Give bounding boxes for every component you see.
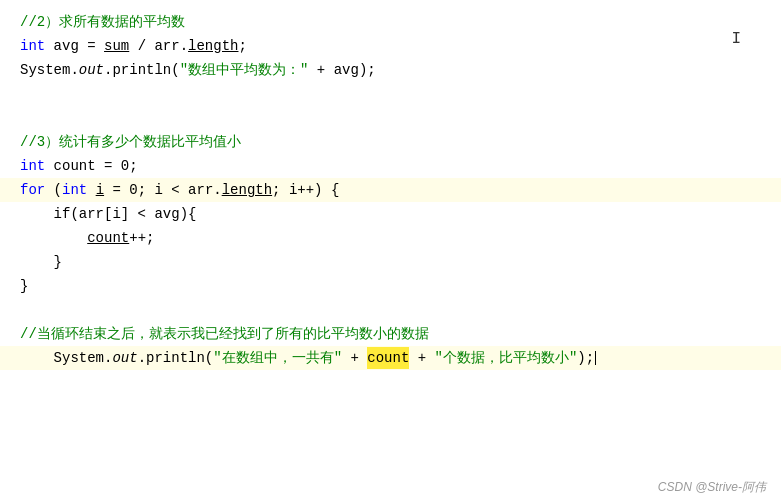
keyword-int-2: int <box>20 155 45 177</box>
code-line-7: int count = 0; <box>0 154 781 178</box>
var-length-2: length <box>222 179 272 201</box>
watermark: CSDN @Strive-阿伟 <box>658 479 766 496</box>
code-text-8 <box>87 179 95 201</box>
comment-2: //3）统计有多少个数据比平均值小 <box>20 131 241 153</box>
code-editor: I //2）求所有数据的平均数 int avg = sum / arr. len… <box>0 0 781 504</box>
string-1: "数组中平均数为：" <box>180 59 309 81</box>
code-line-14: //当循环结束之后，就表示我已经找到了所有的比平均数小的数据 <box>0 322 781 346</box>
code-text-12 <box>20 227 87 249</box>
var-count-highlighted: count <box>367 347 409 369</box>
code-line-11: } <box>0 250 781 274</box>
code-line-8: for ( int i = 0; i < arr. length ; i++) … <box>0 178 781 202</box>
var-length-1: length <box>188 35 238 57</box>
code-text-4: .println( <box>104 59 180 81</box>
code-text-11: if(arr[i] < avg){ <box>20 203 196 225</box>
code-text-3: ; <box>238 35 246 57</box>
code-text-7: ( <box>45 179 62 201</box>
code-text-18: + <box>342 347 367 369</box>
code-text-5: + avg); <box>308 59 375 81</box>
code-line-9: if(arr[i] < avg){ <box>0 202 781 226</box>
var-count-1: count <box>87 227 129 249</box>
code-line-4 <box>0 82 781 106</box>
code-text-2: / arr. <box>129 35 188 57</box>
code-line-5 <box>0 106 781 130</box>
code-text-17: .println( <box>138 347 214 369</box>
code-text-6: count = 0; <box>45 155 137 177</box>
keyword-int-1: int <box>20 35 45 57</box>
string-3: "个数据，比平均数小" <box>435 347 578 369</box>
code-text-15: } <box>20 275 28 297</box>
code-line-15: System. out .println( "在数组中，一共有" + count… <box>0 346 781 370</box>
code-text-13: ++; <box>129 227 154 249</box>
code-text-10: ; i++) { <box>272 179 339 201</box>
code-line-2: int avg = sum / arr. length ; <box>0 34 781 58</box>
string-2: "在数组中，一共有" <box>213 347 342 369</box>
keyword-out-2: out <box>112 347 137 369</box>
code-line-3: System. out .println( "数组中平均数为：" + avg); <box>0 58 781 82</box>
var-i: i <box>96 179 104 201</box>
code-text-1: avg = <box>45 35 104 57</box>
keyword-out-1: out <box>79 59 104 81</box>
code-text-20: ); <box>577 347 594 369</box>
code-text-9: = 0; i < arr. <box>104 179 222 201</box>
code-line-12: } <box>0 274 781 298</box>
comment-1: //2）求所有数据的平均数 <box>20 11 185 33</box>
text-cursor-inline <box>595 351 596 365</box>
var-sum: sum <box>104 35 129 57</box>
code-text-16: System. <box>20 347 112 369</box>
code-line-13 <box>0 298 781 322</box>
code-text-19: + <box>409 347 434 369</box>
code-line-6: //3）统计有多少个数据比平均值小 <box>0 130 781 154</box>
comment-3: //当循环结束之后，就表示我已经找到了所有的比平均数小的数据 <box>20 323 429 345</box>
text-cursor: I <box>731 30 741 48</box>
keyword-for: for <box>20 179 45 201</box>
code-line-10: count ++; <box>0 226 781 250</box>
code-line-1: //2）求所有数据的平均数 <box>0 10 781 34</box>
code-text-14: } <box>20 251 62 273</box>
code-system-1: System. <box>20 59 79 81</box>
keyword-int-3: int <box>62 179 87 201</box>
